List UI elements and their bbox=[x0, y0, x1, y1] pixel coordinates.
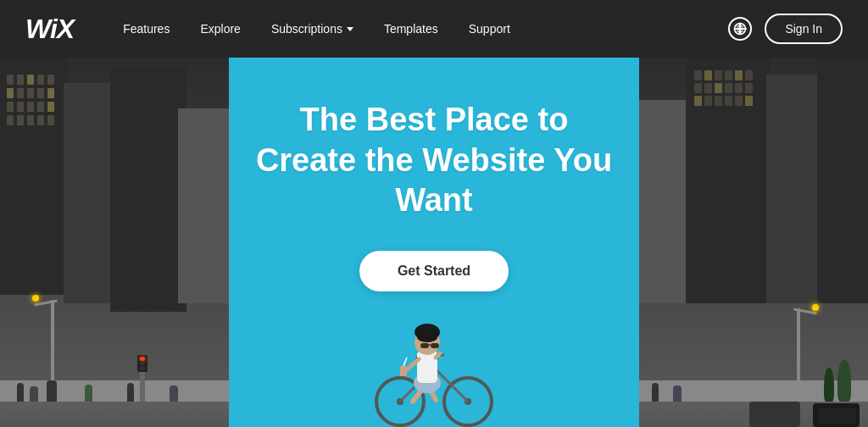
svg-line-29 bbox=[403, 358, 407, 366]
navbar: WiX Features Explore Subscriptions Templ… bbox=[0, 0, 868, 58]
svg-rect-19 bbox=[417, 351, 437, 383]
nav-support[interactable]: Support bbox=[453, 0, 526, 58]
hero-person-figure bbox=[358, 258, 510, 427]
svg-point-0 bbox=[735, 24, 746, 35]
logo[interactable]: WiX bbox=[25, 15, 74, 42]
svg-point-24 bbox=[417, 332, 437, 342]
nav-features[interactable]: Features bbox=[108, 0, 185, 58]
nav-subscriptions[interactable]: Subscriptions bbox=[256, 0, 369, 58]
language-selector-icon[interactable] bbox=[728, 17, 752, 41]
nav-right: Sign In bbox=[728, 14, 843, 44]
svg-rect-26 bbox=[431, 343, 439, 348]
city-panel-left bbox=[0, 58, 229, 427]
hero-blue-panel: The Best Place to Create the Website You… bbox=[229, 58, 639, 427]
svg-rect-28 bbox=[400, 366, 407, 376]
subscriptions-chevron-icon bbox=[347, 27, 353, 31]
svg-line-21 bbox=[436, 353, 440, 358]
nav-links: Features Explore Subscriptions Templates… bbox=[108, 0, 728, 58]
city-panel-right bbox=[639, 58, 868, 427]
svg-rect-25 bbox=[420, 343, 429, 348]
nav-explore[interactable]: Explore bbox=[185, 0, 255, 58]
wix-logo-text: WiX bbox=[25, 15, 74, 42]
sign-in-button[interactable]: Sign In bbox=[765, 14, 843, 44]
hero-container: The Best Place to Create the Website You… bbox=[0, 58, 868, 427]
hero-title: The Best Place to Create the Website You… bbox=[229, 100, 639, 221]
nav-subscriptions-label: Subscriptions bbox=[271, 22, 342, 36]
nav-templates[interactable]: Templates bbox=[369, 0, 453, 58]
